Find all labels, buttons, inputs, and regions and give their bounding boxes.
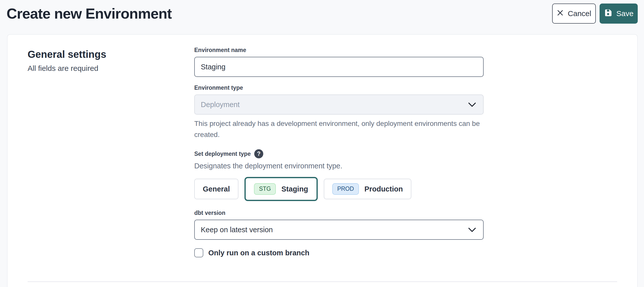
general-settings-card: General settings All fields are required… [7, 34, 638, 287]
deployment-option-production-label: Production [364, 185, 403, 193]
production-badge: PROD [332, 183, 359, 195]
deployment-option-staging[interactable]: STG Staging [244, 177, 318, 201]
dbt-version-select[interactable]: Keep on latest version [194, 220, 484, 240]
section-subtitle: All fields are required [28, 63, 194, 73]
page-title: Create new Environment [7, 5, 172, 23]
deployment-option-general-label: General [203, 185, 230, 193]
cancel-button[interactable]: Cancel [552, 4, 596, 24]
chevron-down-icon [468, 226, 476, 234]
close-icon [557, 9, 564, 18]
section-divider [28, 281, 617, 282]
dbt-version-value: Keep on latest version [201, 226, 273, 234]
environment-type-value: Deployment [201, 101, 240, 109]
custom-branch-checkbox[interactable] [194, 248, 203, 257]
save-button[interactable]: Save [600, 4, 638, 24]
deployment-option-staging-label: Staging [281, 185, 308, 193]
save-floppy-icon [604, 9, 612, 19]
environment-name-label: Environment name [194, 46, 484, 54]
deployment-option-general[interactable]: General [194, 179, 238, 199]
custom-branch-row: Only run on a custom branch [194, 248, 484, 257]
save-button-label: Save [616, 9, 633, 18]
deployment-type-label: Set deployment type [194, 150, 251, 158]
environment-name-input[interactable] [194, 57, 484, 77]
help-tooltip-icon[interactable]: ? [254, 149, 263, 158]
deployment-option-production[interactable]: PROD Production [324, 179, 412, 199]
environment-type-label: Environment type [194, 84, 484, 91]
page-header: Create new Environment Cancel Save [0, 0, 644, 24]
header-actions: Cancel Save [552, 4, 638, 24]
section-title: General settings [28, 48, 194, 60]
staging-badge: STG [254, 183, 276, 195]
environment-type-select[interactable]: Deployment [194, 94, 484, 115]
deployment-type-options: General STG Staging PROD Production [194, 177, 484, 201]
dbt-version-label: dbt version [194, 209, 484, 217]
deployment-type-description: Designates the deployment environment ty… [194, 161, 484, 171]
deployment-type-label-row: Set deployment type ? [194, 149, 484, 158]
environment-type-helper: This project already has a development e… [194, 118, 484, 140]
chevron-down-icon [468, 101, 476, 109]
cancel-button-label: Cancel [568, 9, 591, 18]
custom-branch-label[interactable]: Only run on a custom branch [208, 249, 309, 257]
